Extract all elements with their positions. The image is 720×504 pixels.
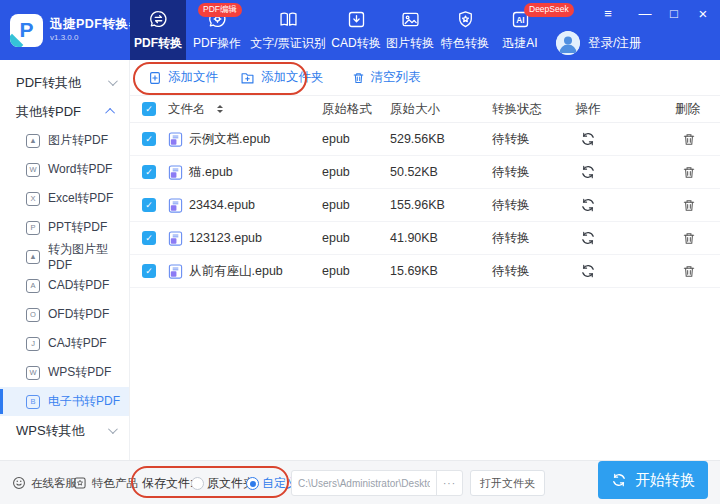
- tab-special-convert[interactable]: 特色转换: [436, 0, 494, 60]
- topbar: P 迅捷PDF转换器 v1.3.0.0 PDF转换 PDF编辑 PDF操作 文字…: [0, 0, 720, 60]
- sidebar-item-to-image-pdf[interactable]: ▲ 转为图片型PDF: [0, 242, 129, 271]
- sidebar-item-label: 电子书转PDF: [48, 393, 120, 410]
- column-header-format: 原始格式: [322, 101, 390, 118]
- tab-label: 迅捷AI: [502, 35, 537, 52]
- logo-letter: P: [19, 18, 33, 42]
- row-checkbox[interactable]: [142, 165, 156, 179]
- app-version: v1.3.0.0: [50, 33, 142, 43]
- file-format: epub: [322, 264, 390, 278]
- word-file-icon: W: [26, 163, 40, 177]
- add-file-button[interactable]: 添加文件: [148, 69, 218, 86]
- image-file-icon: ▲: [26, 134, 40, 148]
- tab-pdf-convert[interactable]: PDF转换: [130, 0, 186, 60]
- sidebar-item-excel-to-pdf[interactable]: X Excel转PDF: [0, 184, 129, 213]
- save-path-input[interactable]: [292, 478, 436, 489]
- sidebar-item-label: CAD转PDF: [48, 277, 109, 294]
- maximize-icon[interactable]: □: [667, 6, 681, 21]
- sidebar-item-label: 转为图片型PDF: [48, 241, 129, 272]
- ofd-file-icon: O: [26, 308, 40, 322]
- convert-refresh-icon[interactable]: [580, 230, 596, 246]
- tab-ocr[interactable]: 文字/票证识别: [248, 0, 328, 60]
- sidebar-section-other-to-pdf[interactable]: 其他转PDF: [0, 97, 129, 126]
- sidebar-item-cad-to-pdf[interactable]: A CAD转PDF: [0, 271, 129, 300]
- sidebar-section-pdf-to-other[interactable]: PDF转其他: [0, 68, 129, 97]
- row-checkbox[interactable]: [142, 132, 156, 146]
- select-all-checkbox[interactable]: [142, 102, 156, 116]
- tab-cad-convert[interactable]: CAD转换: [328, 0, 384, 60]
- cad-file-icon: A: [26, 279, 40, 293]
- add-folder-button[interactable]: 添加文件夹: [240, 69, 324, 86]
- sidebar-item-caj-to-pdf[interactable]: J CAJ转PDF: [0, 329, 129, 358]
- epub-file-icon: [168, 132, 183, 147]
- product-badge-icon: [73, 476, 87, 490]
- sidebar-item-label: 图片转PDF: [48, 132, 108, 149]
- delete-row-icon[interactable]: [682, 198, 720, 213]
- file-format: epub: [322, 132, 390, 146]
- close-icon[interactable]: ×: [696, 5, 710, 22]
- pdf-edit-badge: PDF编辑: [198, 3, 242, 17]
- sidebar: PDF转其他 其他转PDF ▲ 图片转PDF W Word转PDF X Exce…: [0, 60, 130, 460]
- delete-row-icon[interactable]: [682, 231, 720, 246]
- column-header-action: 操作: [576, 101, 601, 118]
- online-service-button[interactable]: 在线客服: [12, 461, 77, 504]
- excel-file-icon: X: [26, 192, 40, 206]
- start-convert-button[interactable]: 开始转换: [598, 461, 708, 499]
- file-size: 155.96KB: [390, 198, 492, 212]
- browse-ellipsis-button[interactable]: ···: [436, 471, 462, 495]
- sidebar-item-ofd-to-pdf[interactable]: O OFD转PDF: [0, 300, 129, 329]
- sidebar-section-wps-to-other[interactable]: WPS转其他: [0, 416, 129, 445]
- ppt-file-icon: P: [26, 221, 40, 235]
- sidebar-item-image-to-pdf[interactable]: ▲ 图片转PDF: [0, 126, 129, 155]
- table-row: 示例文档.epub epub 529.56KB 待转换: [130, 123, 720, 156]
- file-name: 从前有座山.epub: [189, 263, 283, 280]
- delete-row-icon[interactable]: [682, 132, 720, 147]
- chevron-down-icon: [108, 76, 118, 86]
- table-row: 23434.epub epub 155.96KB 待转换: [130, 189, 720, 222]
- file-status: 待转换: [492, 197, 560, 214]
- open-folder-button[interactable]: 打开文件夹: [470, 470, 545, 496]
- minimize-icon[interactable]: —: [638, 6, 652, 21]
- row-checkbox[interactable]: [142, 198, 156, 212]
- ebook-file-icon: B: [26, 395, 40, 409]
- convert-refresh-icon[interactable]: [580, 197, 596, 213]
- epub-file-icon: [168, 198, 183, 213]
- sidebar-item-ppt-to-pdf[interactable]: P PPT转PDF: [0, 213, 129, 242]
- clear-list-button[interactable]: 清空列表: [352, 69, 421, 86]
- file-plus-icon: [148, 71, 162, 85]
- file-format: epub: [322, 198, 390, 212]
- sidebar-item-word-to-pdf[interactable]: W Word转PDF: [0, 155, 129, 184]
- radio-original-folder[interactable]: [191, 477, 204, 490]
- tab-xunjie-ai[interactable]: DeepSeek AI 迅捷AI: [494, 0, 546, 60]
- menu-icon[interactable]: ≡: [601, 6, 615, 21]
- convert-refresh-icon[interactable]: [580, 263, 596, 279]
- app-title: 迅捷PDF转换器: [50, 17, 142, 33]
- sidebar-item-ebook-to-pdf[interactable]: B 电子书转PDF: [0, 387, 129, 416]
- tab-pdf-operations[interactable]: PDF编辑 PDF操作: [186, 0, 248, 60]
- image-file-icon: ▲: [26, 250, 40, 264]
- row-checkbox[interactable]: [142, 231, 156, 245]
- convert-refresh-icon[interactable]: [580, 131, 596, 147]
- radio-custom[interactable]: [246, 477, 259, 490]
- row-checkbox[interactable]: [142, 264, 156, 278]
- app-logo: P 迅捷PDF转换器 v1.3.0.0: [10, 0, 142, 60]
- sort-icon[interactable]: [217, 105, 223, 113]
- delete-row-icon[interactable]: [682, 165, 720, 180]
- sidebar-item-wps-to-pdf[interactable]: W WPS转PDF: [0, 358, 129, 387]
- table-row: 从前有座山.epub epub 15.69KB 待转换: [130, 255, 720, 288]
- file-name: 猫.epub: [189, 164, 233, 181]
- section-label: 其他转PDF: [16, 103, 81, 121]
- convert-refresh-icon[interactable]: [580, 164, 596, 180]
- avatar: [556, 31, 580, 55]
- special-convert-icon: [455, 9, 476, 30]
- sidebar-item-label: WPS转PDF: [48, 364, 111, 381]
- featured-products-button[interactable]: 特色产品: [73, 461, 138, 504]
- login-register-link[interactable]: 登录/注册: [588, 35, 641, 52]
- tab-label: PDF转换: [134, 35, 182, 52]
- delete-row-icon[interactable]: [682, 264, 720, 279]
- tab-image-convert[interactable]: 图片转换: [384, 0, 436, 60]
- file-toolbar: 添加文件 添加文件夹 清空列表: [130, 60, 720, 95]
- deepseek-badge: DeepSeek: [524, 3, 574, 17]
- tab-label: PDF操作: [193, 35, 241, 52]
- login-area[interactable]: 登录/注册: [556, 31, 641, 55]
- folder-plus-icon: [240, 71, 255, 85]
